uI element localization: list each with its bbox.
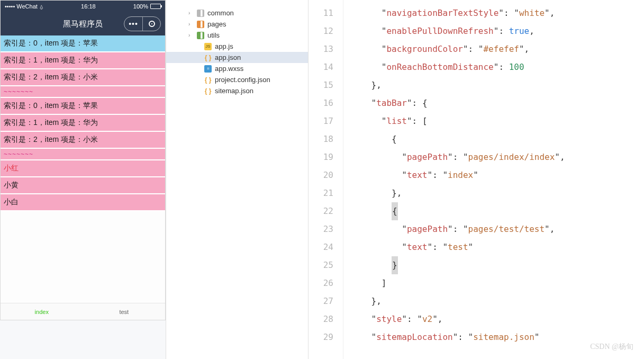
chevron-right-icon: › xyxy=(188,32,194,38)
line-number-gutter: 11121314151617181920212223242526272829 xyxy=(309,0,343,359)
code-line[interactable]: ] xyxy=(351,274,639,292)
line-number: 19 xyxy=(309,148,333,166)
code-line[interactable]: "text": "test" xyxy=(351,238,639,256)
list-item: 索引是：1，item 项是：华为 xyxy=(1,52,165,69)
capsule-menu-icon[interactable]: ••• xyxy=(124,17,142,31)
nav-title: 黑马程序员 xyxy=(63,19,103,29)
file-common[interactable]: ›▐common xyxy=(166,7,308,19)
json-icon: { } xyxy=(204,54,212,61)
folder-icon: ▐ xyxy=(197,32,204,39)
phone-frame: ••••• WeChat ⍙ 16:18 100% 黑马程序员 ••• 索引是：… xyxy=(0,0,166,320)
tab-bar: indextest xyxy=(1,303,165,320)
line-number: 25 xyxy=(309,256,333,274)
line-number: 13 xyxy=(309,40,333,58)
code-line[interactable]: "list": [ xyxy=(351,112,639,130)
file-app.json[interactable]: { }app.json xyxy=(166,52,308,63)
json-icon: { } xyxy=(204,76,212,84)
line-number: 28 xyxy=(309,310,333,328)
code-line[interactable]: }, xyxy=(351,184,639,202)
file-app.js[interactable]: JSapp.js xyxy=(166,41,308,52)
list-item: ~~~~~~~ xyxy=(1,149,165,160)
list-item: 索引是：0，item 项是：苹果 xyxy=(1,35,165,52)
line-number: 24 xyxy=(309,238,333,256)
code-line[interactable]: "enablePullDownRefresh": true, xyxy=(351,22,639,40)
tab-test[interactable]: test xyxy=(83,303,166,320)
line-number: 11 xyxy=(309,4,333,22)
status-bar: ••••• WeChat ⍙ 16:18 100% xyxy=(1,1,165,12)
file-project.config.json[interactable]: { }project.config.json xyxy=(166,74,308,85)
code-line[interactable]: }, xyxy=(351,292,639,310)
file-utils[interactable]: ›▐utils xyxy=(166,30,308,41)
file-explorer[interactable]: ›▐common›▐pages›▐utilsJSapp.js{ }app.jso… xyxy=(166,0,309,359)
line-number: 22 xyxy=(309,202,333,220)
file-label: app.wxss xyxy=(215,65,243,73)
nav-bar: 黑马程序员 ••• xyxy=(1,12,165,35)
battery-icon xyxy=(150,4,161,9)
code-editor[interactable]: 11121314151617181920212223242526272829 "… xyxy=(309,0,644,359)
line-number: 15 xyxy=(309,76,333,94)
folder-icon: ▐ xyxy=(197,10,204,17)
code-line[interactable]: "pagePath": "pages/index/index", xyxy=(351,148,639,166)
json-icon: { } xyxy=(204,87,212,95)
line-number: 16 xyxy=(309,94,333,112)
code-line[interactable]: }, xyxy=(351,76,639,94)
folder-icon: ▐ xyxy=(197,21,204,28)
list-item: 索引是：1，item 项是：华为 xyxy=(1,115,165,132)
line-number: 23 xyxy=(309,220,333,238)
list-item: 小红 xyxy=(1,160,165,177)
code-line[interactable]: "pagePath": "pages/test/test", xyxy=(351,220,639,238)
wifi-icon: ⍙ xyxy=(40,3,43,10)
capsule-close-icon[interactable] xyxy=(142,17,160,31)
line-number: 21 xyxy=(309,184,333,202)
js-icon: JS xyxy=(204,43,212,50)
code-line[interactable]: "navigationBarTextStyle": "white", xyxy=(351,4,639,22)
line-number: 26 xyxy=(309,274,333,292)
file-label: project.config.json xyxy=(215,76,270,84)
tab-index[interactable]: index xyxy=(1,303,83,320)
file-pages[interactable]: ›▐pages xyxy=(166,19,308,30)
page-body: 索引是：0，item 项是：苹果索引是：1，item 项是：华为索引是：2，it… xyxy=(1,35,165,303)
code-line[interactable]: "backgroundColor": "#efefef", xyxy=(351,40,639,58)
file-label: pages xyxy=(207,20,226,28)
list-item: ~~~~~~~ xyxy=(1,86,165,98)
code-area[interactable]: "navigationBarTextStyle": "white", "enab… xyxy=(343,0,644,359)
carrier-label: ••••• WeChat xyxy=(5,3,38,10)
list-item: 索引是：0，item 项是：苹果 xyxy=(1,98,165,115)
code-line[interactable]: { xyxy=(351,202,639,220)
line-number: 17 xyxy=(309,112,333,130)
chevron-right-icon: › xyxy=(188,21,194,27)
list-item: 索引是：2，item 项是：小米 xyxy=(1,69,165,86)
chevron-right-icon: › xyxy=(188,10,194,16)
list-item: 小黄 xyxy=(1,177,165,194)
line-number: 27 xyxy=(309,292,333,310)
file-label: utils xyxy=(207,31,220,39)
file-label: app.js xyxy=(215,42,233,50)
code-line[interactable]: "tabBar": { xyxy=(351,94,639,112)
code-line[interactable]: { xyxy=(351,130,639,148)
wxss-icon: ⌗ xyxy=(204,65,212,73)
capsule[interactable]: ••• xyxy=(124,16,161,31)
file-label: app.json xyxy=(215,53,241,61)
code-line[interactable]: } xyxy=(351,256,639,274)
file-sitemap.json[interactable]: { }sitemap.json xyxy=(166,85,308,96)
line-number: 29 xyxy=(309,328,333,346)
list-item: 小白 xyxy=(1,194,165,211)
list-item: 索引是：2，item 项是：小米 xyxy=(1,132,165,149)
clock: 16:18 xyxy=(81,3,96,10)
file-label: common xyxy=(207,9,234,17)
line-number: 18 xyxy=(309,130,333,148)
code-line[interactable]: "text": "index" xyxy=(351,166,639,184)
watermark: CSDN @杨旬 xyxy=(590,342,633,352)
line-number: 14 xyxy=(309,58,333,76)
simulator-pane: ••••• WeChat ⍙ 16:18 100% 黑马程序员 ••• 索引是：… xyxy=(0,0,166,359)
line-number: 12 xyxy=(309,22,333,40)
file-app.wxss[interactable]: ⌗app.wxss xyxy=(166,63,308,74)
file-label: sitemap.json xyxy=(215,87,253,95)
battery-pct: 100% xyxy=(133,3,148,10)
code-line[interactable]: "style": "v2", xyxy=(351,310,639,328)
code-line[interactable]: "onReachBottomDistance": 100 xyxy=(351,58,639,76)
line-number: 20 xyxy=(309,166,333,184)
